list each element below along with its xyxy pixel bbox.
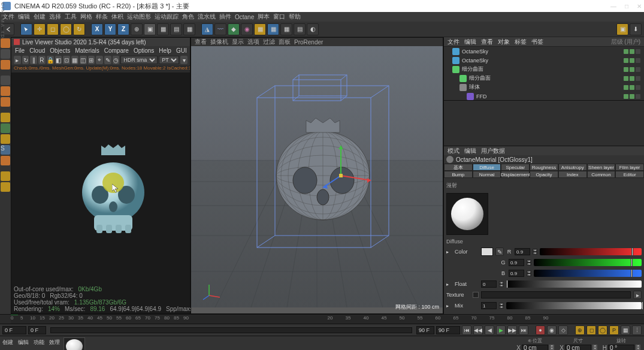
goto-start-button[interactable]: ⏮: [462, 325, 471, 335]
lv-dropdown[interactable]: ▾: [180, 56, 188, 64]
spline-tool[interactable]: 〰: [214, 23, 226, 35]
mix-slider[interactable]: [506, 302, 642, 309]
expand-arrow[interactable]: ▸: [446, 249, 452, 255]
minimize-button[interactable]: —: [610, 3, 616, 10]
soft-select[interactable]: [1, 171, 10, 181]
mtab-Diffuse[interactable]: Diffuse: [473, 164, 501, 171]
object-row[interactable]: 球体: [444, 83, 644, 92]
object-manager[interactable]: OctaneSkyOctaneSky细分曲面细分曲面球体FFD: [444, 47, 644, 101]
tweak-mode[interactable]: [1, 123, 10, 133]
menu-编辑[interactable]: 编辑: [18, 13, 30, 21]
play-back-button[interactable]: ◀: [485, 325, 494, 335]
uv-mode[interactable]: [1, 134, 10, 144]
lv-clock-icon[interactable]: ◷: [113, 56, 120, 64]
download-button[interactable]: ⬇: [630, 23, 642, 35]
render-region-button[interactable]: ▦: [157, 23, 169, 35]
menu-样条[interactable]: 样条: [96, 13, 108, 21]
lv-btn6[interactable]: ◧: [55, 56, 62, 64]
param-key[interactable]: P: [609, 325, 619, 335]
deformer-tool[interactable]: ◉: [241, 23, 253, 35]
generator-tool[interactable]: ◆: [228, 23, 240, 35]
mtab-Specular[interactable]: Specular: [501, 164, 530, 171]
menu-工具[interactable]: 工具: [65, 13, 77, 21]
object-row[interactable]: OctaneSky: [444, 56, 644, 65]
lv-pause-icon[interactable]: ‖: [30, 56, 37, 64]
cube-primitive[interactable]: ◮: [201, 23, 213, 35]
menu-流水线[interactable]: 流水线: [198, 13, 216, 21]
point-mode[interactable]: [1, 76, 10, 85]
menu-帮助[interactable]: 帮助: [289, 13, 301, 21]
float-value[interactable]: 0: [481, 280, 497, 288]
timeline-start[interactable]: 0 F: [2, 326, 26, 334]
maximize-button[interactable]: □: [625, 3, 628, 10]
object-row[interactable]: FFD: [444, 92, 644, 101]
material-preview[interactable]: [446, 193, 488, 235]
lv-btn12[interactable]: ✎: [104, 56, 111, 64]
menu-Octane[interactable]: Octane: [235, 14, 254, 20]
mtab-基本[interactable]: 基本: [444, 164, 473, 171]
environment-tool[interactable]: ▦: [254, 23, 266, 35]
texture-browse[interactable]: ▸: [633, 291, 642, 299]
float-slider[interactable]: [506, 280, 642, 288]
picture-viewer-button[interactable]: ▦: [183, 23, 195, 35]
pla-key[interactable]: ▦: [621, 325, 630, 335]
timeline-end2[interactable]: 90 F: [416, 326, 434, 334]
texture-checkbox[interactable]: [473, 292, 479, 298]
pos-key[interactable]: ⊕: [575, 325, 585, 335]
lv-btn8[interactable]: ▦: [71, 56, 78, 64]
lv-record-icon[interactable]: R: [38, 56, 46, 64]
rotate-tool[interactable]: ◯: [60, 23, 72, 35]
lv-btn7[interactable]: ⊡: [63, 56, 70, 64]
y-axis-button[interactable]: Y: [104, 23, 116, 35]
keyframe-button[interactable]: ◇: [558, 325, 568, 335]
axis-mode[interactable]: [1, 113, 10, 122]
x-axis-button[interactable]: X: [91, 23, 103, 35]
mix-value[interactable]: 1: [481, 302, 497, 309]
tag-tool[interactable]: ▤: [294, 23, 306, 35]
scale-key[interactable]: ◻: [586, 325, 596, 335]
select-tool[interactable]: [20, 23, 32, 35]
layout-button[interactable]: ▣: [616, 23, 628, 35]
loop-select[interactable]: [1, 182, 10, 192]
lv-btn10[interactable]: ⊞: [88, 56, 95, 64]
move-tool[interactable]: ✛: [34, 23, 46, 35]
poly-mode[interactable]: [1, 97, 10, 107]
lv-btn9[interactable]: ◫: [80, 56, 87, 64]
lv-btn11[interactable]: ⌖: [96, 56, 103, 64]
r-slider[interactable]: [540, 248, 642, 255]
misc-tool[interactable]: ◐: [307, 23, 319, 35]
menu-创建[interactable]: 创建: [34, 13, 46, 21]
texture-mode[interactable]: [1, 49, 10, 59]
last-tool[interactable]: ↻: [73, 23, 85, 35]
menu-运动跟踪[interactable]: 运动跟踪: [155, 13, 179, 21]
perspective-viewport[interactable]: 查看摄像机显示选项过滤面板ProRender 透视视图: [191, 37, 443, 314]
play-button[interactable]: ▶: [496, 325, 506, 335]
close-button[interactable]: ✕: [637, 3, 642, 10]
mtab-Film layer[interactable]: Film layer: [615, 164, 644, 171]
lv-hdr-select[interactable]: HDR sma: [120, 56, 158, 64]
object-row[interactable]: OctaneSky: [444, 47, 644, 56]
light-tool[interactable]: ▦: [280, 23, 292, 35]
lv-play-icon[interactable]: ▸: [14, 56, 21, 64]
timeline-current[interactable]: 0 F: [28, 326, 46, 334]
quantize-mode[interactable]: [1, 156, 10, 165]
goto-end-button[interactable]: ⏭: [519, 325, 528, 335]
texture-field[interactable]: [481, 291, 631, 298]
menu-体积[interactable]: 体积: [111, 13, 123, 21]
timeline-ruler[interactable]: 051015202530354045505560657075808590 203…: [0, 314, 644, 324]
b-slider[interactable]: [534, 270, 642, 277]
workplane-mode[interactable]: [1, 60, 10, 70]
menu-运动图形[interactable]: 运动图形: [127, 13, 151, 21]
autokey-button[interactable]: ◉: [547, 325, 557, 335]
lv-lock-icon[interactable]: 🔒: [47, 56, 54, 64]
r-value[interactable]: 0.9: [515, 248, 530, 255]
z-axis-button[interactable]: Z: [117, 23, 129, 35]
live-viewer-viewport[interactable]: [11, 73, 190, 285]
prev-key-button[interactable]: ◀◀: [473, 325, 483, 335]
menu-选择[interactable]: 选择: [49, 13, 61, 21]
model-mode[interactable]: [1, 38, 10, 48]
next-key-button[interactable]: ▶▶: [507, 325, 517, 335]
render-button[interactable]: ▣: [144, 23, 156, 35]
rot-key[interactable]: ◯: [598, 325, 607, 335]
menu-窗口[interactable]: 窗口: [273, 13, 285, 21]
